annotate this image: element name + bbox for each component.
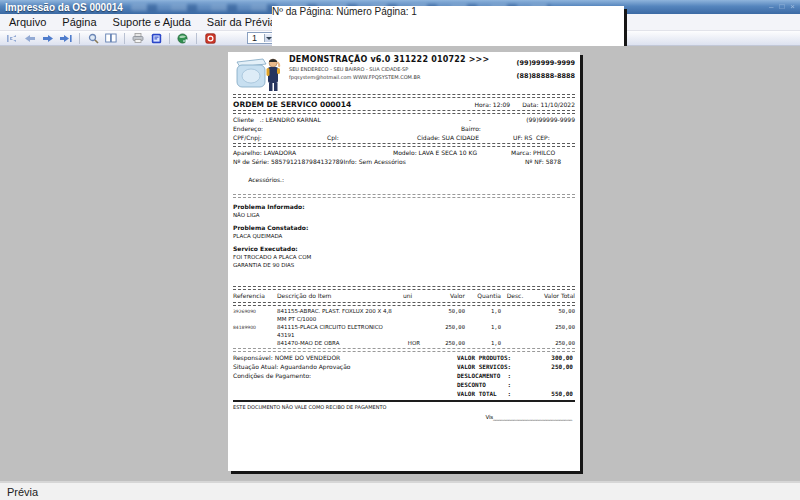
item-desc: 841470-MAO DE OBRA [277, 339, 401, 347]
order-datetime: Hora: 12:09 Data: 11/10/2022 [475, 101, 575, 108]
item-total: 250,00 [529, 339, 575, 347]
disclaimer-text: ESTE DOCUMENTO NÃO VALE COMO RECIBO DE P… [233, 404, 575, 410]
menu-arquivo[interactable]: Arquivo [9, 16, 46, 28]
equipment-serial: Nº de Série: 5857912187984132789 [233, 157, 343, 166]
service-order-document: DEMONSTRAÇÃO v6.0 311222 010722 >>> SEU … [228, 52, 580, 423]
section-line: GARANTIA DE 90 DIAS [233, 261, 575, 269]
preview-workspace: DEMONSTRAÇÃO v6.0 311222 010722 >>> SEU … [0, 46, 800, 481]
section-line: NÃO LIGA [233, 211, 575, 219]
equipment-row-2: Nº de Série: 5857912187984132789 Info: S… [233, 157, 575, 166]
section-servico-executado: Servico Executado: FOI TROCADO A PLACA C… [233, 245, 575, 269]
two-page-view-button[interactable] [104, 32, 118, 44]
next-page-button[interactable] [41, 32, 55, 44]
col-quantia: Quantia [467, 292, 501, 300]
close-icon[interactable]: × [790, 3, 795, 11]
divider [233, 110, 575, 114]
total-label: DESLOCAMENTO : [457, 371, 511, 380]
menu-suporte-e-ajuda[interactable]: Suporte e Ajuda [113, 16, 191, 28]
close-preview-button[interactable] [203, 32, 217, 44]
item-ref: 39269090 [233, 308, 275, 316]
equipment-accessories-label: Acessórios.: [248, 176, 284, 183]
section-problema-informado: Problema Informado: NÃO LIGA [233, 203, 575, 219]
equipment-brand: Marca: PHILCO [511, 148, 575, 157]
zoom-level-value: 1 [252, 33, 257, 43]
items-table-header: Referencia Descrição do Item uni Valor Q… [233, 291, 575, 301]
divider [233, 348, 575, 352]
company-phone-1: (99)99999-9999 [517, 57, 575, 70]
first-page-icon [6, 34, 18, 43]
item-valor: 250,00 [427, 323, 465, 331]
item-desc: 841115-PLACA CIRCUITO ELETRONICO 43191 [277, 323, 401, 339]
company-contact: fpqsystem@hotmail.com WWW.FPQSYSTEM.COM.… [289, 74, 517, 80]
total-line: VALOR TOTAL : 550,00 [457, 389, 573, 398]
item-valor: 50,00 [427, 307, 465, 315]
item-quantia: 1,0 [467, 307, 501, 315]
company-name: DEMONSTRAÇÃO v6.0 311222 010722 >>> [289, 55, 517, 64]
divider [233, 194, 575, 198]
export-button[interactable] [176, 32, 190, 44]
item-valor: 250,00 [427, 339, 465, 347]
toolbar-separator [169, 33, 170, 44]
equipment-info: Info: Sem Acessórios [343, 157, 405, 166]
globe-export-icon [177, 33, 189, 44]
total-line: DESCONTO : [457, 380, 573, 389]
client-name: Cliente .: LEANDRO KARNAL [233, 115, 460, 124]
print-setup-button[interactable] [149, 32, 163, 44]
total-label: VALOR TOTAL : [457, 389, 511, 398]
window-controls: – □ × [769, 3, 795, 11]
window-title: Impressão da OS 000014 [5, 2, 123, 13]
order-time: Hora: 12:09 [475, 101, 511, 108]
minimize-icon[interactable]: – [769, 3, 773, 11]
zoom-level-dropdown[interactable]: 1 [247, 32, 275, 44]
section-title: Servico Executado: [233, 245, 575, 253]
print-button[interactable] [131, 32, 145, 44]
equipment-device: Aparelho: LAVADORA [233, 148, 393, 157]
equipment-invoice: Nº NF: 5878 [525, 157, 575, 166]
company-logo [233, 55, 285, 93]
col-desc: Desc. [503, 292, 527, 300]
total-value: 250,00 [551, 362, 573, 371]
equipment-row-3: Acessórios.: [233, 166, 575, 193]
company-address: SEU ENDERECO - SEU BAIRRO - SUA CIDADE-S… [289, 66, 517, 72]
col-uni: uni [403, 292, 425, 300]
last-page-button[interactable] [59, 32, 73, 44]
section-problema-constatado: Problema Constatado: PLACA QUEIMADA [233, 224, 575, 240]
company-phones: (99)99999-9999 (88)88888-8888 [517, 55, 575, 83]
client-cpf-label: CPF/Cnpj: [233, 133, 327, 142]
total-line: VALOR SERVICOS: 250,00 [457, 362, 573, 371]
divider [233, 143, 575, 147]
item-quantia: 1,0 [467, 339, 501, 347]
condicoes-line: Condições de Pagamento: [233, 371, 457, 380]
section-title: Problema Informado: [233, 203, 575, 211]
status-bar: Prévia [0, 481, 800, 500]
client-uf-cep: UF: RS CEP: [513, 133, 575, 142]
totals-block: VALOR PRODUTOS: 300,00 VALOR SERVICOS: 2… [457, 353, 575, 398]
client-row-2: Endereço: Bairro: [233, 124, 575, 133]
toolbar-separator [124, 33, 125, 44]
menu-pagina[interactable]: Página [62, 16, 96, 28]
col-descricao: Descrição do Item [277, 292, 401, 300]
total-value: 300,00 [551, 353, 573, 362]
zoom-button[interactable] [86, 32, 100, 44]
section-title: Problema Constatado: [233, 224, 575, 232]
next-page-icon [42, 34, 54, 43]
toolbar: 1 Nº Zoom Nº da Página: Número Página: 1 [0, 31, 800, 46]
printer-icon [132, 33, 144, 43]
table-row: 84189900 841115-PLACA CIRCUITO ELETRONIC… [233, 323, 575, 339]
maximize-icon[interactable]: □ [779, 3, 784, 11]
company-phone-2: (88)88888-8888 [517, 70, 575, 83]
total-label: VALOR SERVICOS: [457, 362, 511, 371]
col-valor-total: Valor Total [529, 292, 575, 300]
order-title-row: ORDEM DE SERVICO 000014 Hora: 12:09 Data… [233, 100, 575, 109]
last-page-icon [60, 34, 72, 43]
divider [233, 94, 575, 98]
previous-page-button[interactable] [23, 32, 37, 44]
item-quantia: 1,0 [467, 323, 501, 331]
client-city: Cidade: SUA CIDADE [417, 133, 513, 142]
total-label: VALOR PRODUTOS: [457, 353, 511, 362]
document-header: DEMONSTRAÇÃO v6.0 311222 010722 >>> SEU … [233, 55, 575, 93]
first-page-button[interactable] [5, 32, 19, 44]
item-desc: 841155-ABRAC. PLAST. FOXLUX 200 X 4,8 MM… [277, 307, 401, 323]
client-row-1: Cliente .: LEANDRO KARNAL - (99)99999-99… [233, 115, 575, 124]
item-total: 50,00 [529, 307, 575, 315]
